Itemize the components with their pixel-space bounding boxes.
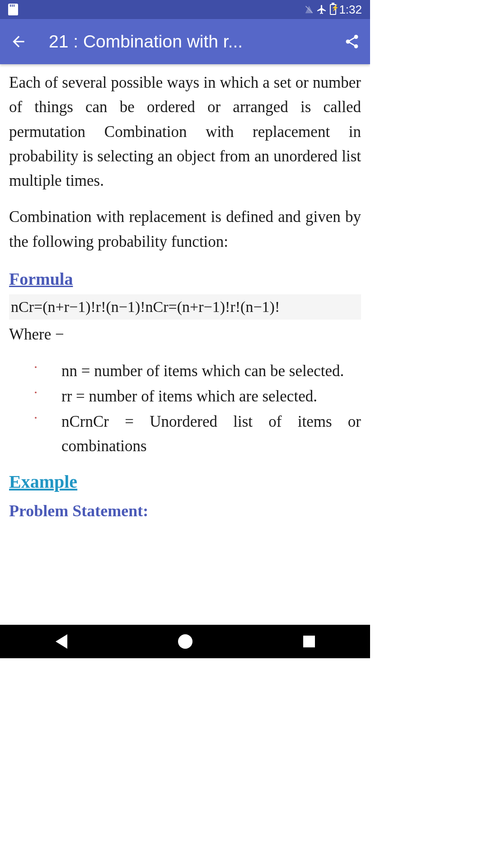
page-title: 21 : Combination with r... (49, 32, 337, 52)
paragraph-intro: Each of several possible ways in which a… (9, 71, 361, 193)
share-icon[interactable] (344, 33, 360, 50)
sd-card-icon (8, 4, 18, 15)
nav-home-button[interactable] (178, 634, 192, 649)
status-left (8, 4, 18, 15)
nav-back-button[interactable] (56, 634, 67, 649)
status-time: 1:32 (339, 3, 362, 17)
no-signal-icon (305, 5, 314, 14)
airplane-mode-icon (316, 4, 327, 15)
app-bar: 21 : Combination with r... (0, 19, 370, 64)
nav-recent-button[interactable] (303, 636, 315, 647)
content-body: Each of several possible ways in which a… (0, 64, 370, 530)
paragraph-definition: Combination with replacement is defined … (9, 205, 361, 254)
status-right: 1:32 (305, 3, 362, 17)
content-scroll-area[interactable]: Each of several possible ways in which a… (0, 64, 370, 625)
formula-expression: nCr=(n+r−1)!r!(n−1)!nCr=(n+r−1)!r!(n−1)! (9, 294, 361, 320)
list-item: rr = number of items which are selected. (34, 384, 361, 409)
where-label: Where − (9, 322, 361, 347)
list-item: nCrnCr = Unordered list of items or comb… (34, 410, 361, 459)
system-nav-bar (0, 625, 370, 658)
problem-statement-heading: Problem Statement: (9, 499, 361, 524)
back-arrow-icon[interactable] (10, 33, 27, 50)
formula-heading: Formula (9, 266, 361, 292)
status-bar: 1:32 (0, 0, 370, 19)
list-item: nn = number of items which can be select… (34, 359, 361, 383)
battery-charging-icon (330, 4, 336, 15)
definition-list: nn = number of items which can be select… (9, 359, 361, 459)
example-heading: Example (9, 468, 361, 496)
